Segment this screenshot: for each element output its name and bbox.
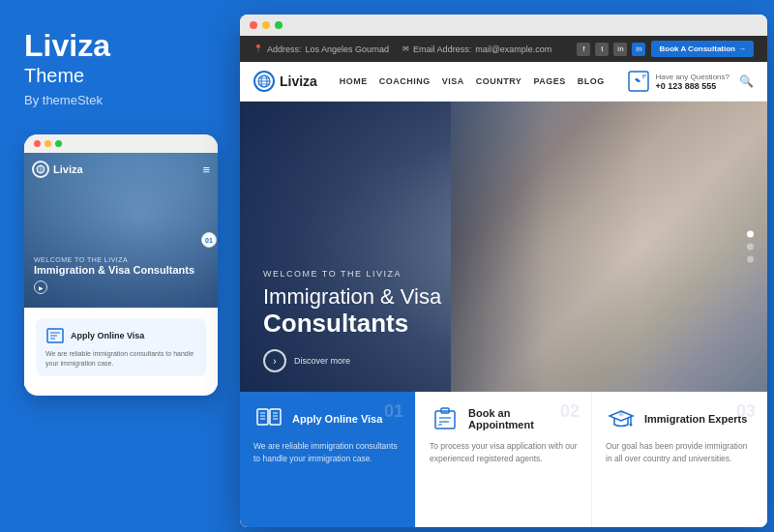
- mobile-hero: Liviza ≡ WELCOME TO THE LIVIZA Immigrati…: [24, 153, 218, 308]
- nav-links: HOME COACHING VISA COUNTRY PAGES BLOG: [340, 76, 605, 86]
- nav-link-visa[interactable]: VISA: [442, 76, 464, 86]
- nav-logo-globe-icon: [253, 71, 275, 92]
- email-value: mail@example.com: [475, 44, 551, 54]
- browser-dot-red[interactable]: [250, 21, 257, 29]
- phone-icon: [627, 70, 650, 93]
- hero-dot-3[interactable]: [747, 256, 754, 263]
- nav-link-pages[interactable]: PAGES: [533, 76, 565, 86]
- hero-title-line1: Immigration & Visa: [263, 284, 744, 310]
- mobile-dot-yellow: [45, 140, 51, 147]
- card-1-number: 01: [384, 401, 403, 422]
- hero-dot-1[interactable]: [747, 231, 754, 238]
- card-2-desc: To process your visa application with ou…: [430, 440, 578, 465]
- facebook-icon[interactable]: f: [577, 43, 590, 56]
- nav-link-coaching[interactable]: COACHING: [379, 76, 431, 86]
- mobile-preview: Liviza ≡ WELCOME TO THE LIVIZA Immigrati…: [24, 134, 218, 396]
- mobile-card: Apply Online Visa We are reliable immigr…: [24, 308, 218, 386]
- email-icon: ✉: [402, 44, 409, 53]
- mobile-play-icon: ▶: [39, 284, 44, 291]
- nav-logo-text: Liviza: [280, 74, 317, 89]
- nav-right: Have any Questions? +0 123 888 555 🔍: [627, 70, 755, 93]
- card-2-header: Book an Appointment: [430, 403, 578, 434]
- graduation-icon: [608, 405, 635, 432]
- nav-logo[interactable]: Liviza: [253, 71, 317, 92]
- mobile-hero-text: WELCOME TO THE LIVIZA Immigration & Visa…: [34, 256, 194, 294]
- top-bar-right: f t in in Book A Consultation →: [577, 41, 754, 57]
- card-immigration-experts: 03 Immigration Experts Our goal has been…: [592, 392, 767, 527]
- card-1-header: Apply Online Visa: [253, 403, 402, 434]
- book-btn-label: Book A Consultation: [659, 44, 735, 53]
- mobile-logo-icon: [32, 161, 49, 178]
- card-2-icon-box: [430, 403, 461, 434]
- brand-by: By themeStek: [24, 93, 208, 107]
- hero-discover-group: › Discover more: [263, 349, 744, 372]
- mobile-hero-title: Immigration & Visa Consultants: [34, 263, 194, 277]
- hero-title-line2: Consultants: [263, 310, 744, 338]
- address-label: Address:: [267, 44, 302, 54]
- card-3-desc: Our goal has been provide immigration in…: [606, 440, 754, 465]
- main-nav: Liviza HOME COACHING VISA COUNTRY PAGES …: [240, 62, 767, 102]
- browser-dot-yellow[interactable]: [262, 21, 270, 29]
- address-section: 📍 Address: Los Angeles Gournad: [253, 44, 389, 54]
- brand-subtitle: Theme: [24, 65, 208, 87]
- hero-content: WELCOME TO THE LIVIZA Immigration & Visa…: [263, 269, 744, 372]
- hero-dot-2[interactable]: [747, 244, 754, 251]
- extra-icon[interactable]: in: [632, 43, 645, 56]
- location-icon: 📍: [253, 44, 263, 53]
- email-label: Email Address:: [413, 44, 471, 54]
- nav-link-blog[interactable]: BLOG: [578, 76, 605, 86]
- card-1-desc: We are reliable immigration consultants …: [253, 440, 402, 465]
- hero-section: WELCOME TO THE LIVIZA Immigration & Visa…: [240, 102, 767, 392]
- browser-dot-green[interactable]: [275, 21, 283, 29]
- card-appointment: 02 Book an Appointment To process your v…: [416, 392, 592, 527]
- mobile-play-button[interactable]: ▶: [34, 281, 47, 294]
- brand-section: Liviza Theme By themeStek: [24, 29, 208, 107]
- mobile-chrome-dots: [24, 134, 218, 153]
- browser-chrome: [240, 15, 767, 36]
- linkedin-icon[interactable]: in: [613, 43, 627, 56]
- hero-discover-button[interactable]: ›: [263, 349, 286, 372]
- nav-link-country[interactable]: COUNTRY: [476, 76, 522, 86]
- mobile-card-header: Apply Online Visa: [45, 326, 196, 345]
- svg-point-29: [630, 424, 633, 427]
- card-apply-visa: 01 Apply Online Visa We are: [240, 392, 416, 527]
- hero-discover-label: Discover more: [294, 356, 350, 366]
- mobile-welcome-text: WELCOME TO THE LIVIZA: [34, 256, 194, 263]
- search-icon[interactable]: 🔍: [739, 74, 754, 88]
- contact-text-group: Have any Questions? +0 123 888 555: [656, 73, 730, 91]
- mobile-dot-green: [55, 140, 62, 147]
- left-panel: Liviza Theme By themeStek: [0, 0, 232, 532]
- mobile-card-desc: We are reliable immigration consultants …: [45, 349, 196, 369]
- svg-point-27: [619, 412, 624, 417]
- card-3-icon-box: [606, 403, 637, 434]
- chevron-right-icon: ›: [273, 356, 276, 367]
- card-3-header: Immigration Experts: [606, 403, 754, 434]
- mobile-dot-red: [34, 140, 41, 147]
- hero-dot-navigation: [747, 231, 754, 263]
- top-bar-left: 📍 Address: Los Angeles Gournad ✉ Email A…: [253, 44, 551, 54]
- card-1-title: Apply Online Visa: [292, 413, 382, 425]
- hero-welcome-text: WELCOME TO THE LIVIZA: [263, 269, 744, 279]
- book-open-icon: [255, 405, 283, 432]
- card-3-number: 03: [736, 401, 756, 422]
- twitter-icon[interactable]: t: [595, 43, 609, 56]
- mobile-card-number: 01: [201, 232, 217, 248]
- browser-window: 📍 Address: Los Angeles Gournad ✉ Email A…: [240, 15, 767, 527]
- card-2-number: 02: [560, 401, 580, 422]
- card-1-icon-box: [253, 403, 284, 434]
- clipboard-icon: [432, 405, 459, 432]
- mobile-hamburger-icon[interactable]: ≡: [202, 163, 210, 177]
- nav-link-home[interactable]: HOME: [340, 76, 368, 86]
- mobile-card-inner: Apply Online Visa We are reliable immigr…: [36, 318, 206, 376]
- mobile-nav: Liviza ≡: [32, 161, 210, 178]
- svg-rect-15: [257, 409, 268, 425]
- svg-rect-16: [270, 409, 281, 425]
- mobile-card-title: Apply Online Visa: [71, 331, 144, 340]
- cards-section: 01 Apply Online Visa We are: [240, 392, 767, 527]
- arrow-right-icon: →: [738, 44, 746, 53]
- nav-contact: Have any Questions? +0 123 888 555: [627, 70, 730, 93]
- brand-title: Liviza: [24, 29, 208, 63]
- card-3-title: Immigration Experts: [644, 413, 747, 425]
- book-consultation-button[interactable]: Book A Consultation →: [651, 41, 754, 57]
- social-links: f t in in: [577, 43, 645, 56]
